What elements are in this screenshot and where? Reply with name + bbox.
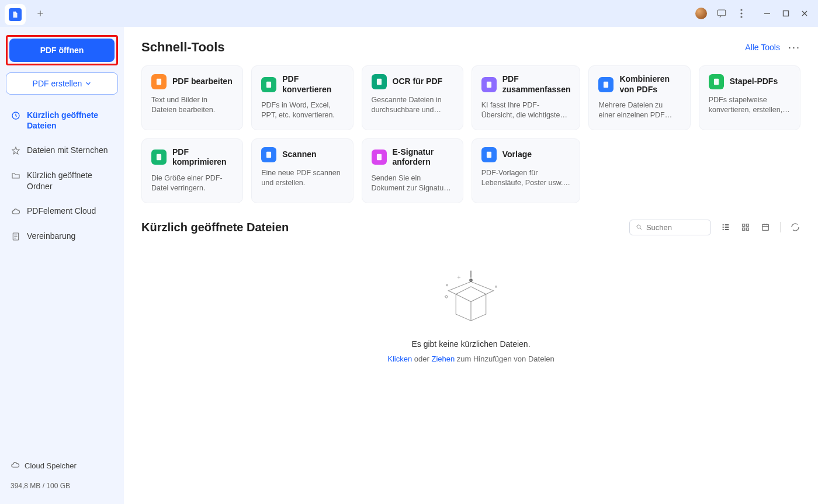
empty-message: Es gibt keine kürzlichen Dateien. [411,339,530,349]
create-pdf-label: PDF erstellen [33,79,82,88]
tool-card[interactable]: OCR für PDF Gescannte Dateien in durchsu… [362,65,463,130]
tool-title: Scannen [282,150,316,160]
kebab-menu-icon[interactable] [736,8,747,19]
cloud-storage-link[interactable]: Cloud Speicher [11,460,113,471]
comment-icon[interactable] [716,8,727,19]
sidebar: PDF öffnen PDF erstellen Kürzlich geöffn… [0,27,124,504]
quick-tools-title: Schnell-Tools [141,40,225,55]
grid-view-icon[interactable] [740,222,751,232]
titlebar [0,0,818,27]
empty-box-icon [436,265,506,329]
chevron-down-icon [85,81,91,86]
svg-point-3 [740,16,742,18]
tool-card[interactable]: Scannen Eine neue PDF scannen und erstel… [251,138,353,203]
svg-rect-4 [784,11,789,16]
tool-card[interactable]: PDF komprimieren Die Größe einer PDF-Dat… [141,138,243,203]
cloud-icon [11,460,20,471]
list-view-icon[interactable] [720,222,731,232]
tool-title: E-Signatur anfordern [393,147,453,168]
svg-rect-10 [487,81,491,88]
sidebar-item-label: Kürzlich geöffnete Dateien [27,110,113,131]
tool-desc: KI fasst Ihre PDF-Übersicht, die wichtig… [481,100,571,120]
tool-desc: PDFs stapelweise konvertieren, erstellen… [709,95,791,115]
cloud-icon [11,206,21,217]
calendar-view-icon[interactable] [760,222,771,232]
svg-rect-22 [762,224,769,230]
svg-rect-18 [743,224,745,227]
sidebar-item-label: Kürzlich geöffnete Ordner [27,170,113,191]
refresh-icon[interactable] [790,222,800,232]
tool-icon [481,147,497,162]
all-tools-link[interactable]: Alle Tools [745,43,780,52]
svg-rect-14 [266,152,271,158]
more-icon[interactable]: ··· [788,41,800,54]
drag-link[interactable]: Ziehen [431,354,455,363]
user-avatar[interactable] [695,8,707,19]
new-tab-button[interactable] [32,5,49,22]
svg-rect-21 [746,228,748,230]
click-link[interactable]: Klicken [387,354,412,363]
document-icon [11,231,21,242]
tool-desc: PDF-Vorlagen für Lebensläufe, Poster usw… [481,168,571,188]
svg-rect-19 [746,224,748,227]
tool-icon [481,77,497,92]
app-tab[interactable] [5,4,26,25]
tool-icon [709,74,724,89]
tool-desc: PDFs in Word, Excel, PPT, etc. konvertie… [261,100,343,120]
sidebar-item-recent-folders[interactable]: Kürzlich geöffnete Ordner [6,164,118,197]
tool-desc: Eine neue PDF scannen und erstellen. [261,168,343,188]
recent-files-title: Kürzlich geöffnete Dateien [141,221,289,234]
tool-card[interactable]: Stapel-PDFs PDFs stapelweise konvertiere… [699,65,800,130]
star-icon [11,145,21,156]
separator [780,222,781,232]
sidebar-item-label: PDFelement Cloud [27,206,96,216]
svg-rect-13 [157,154,161,161]
sidebar-item-recent-files[interactable]: Kürzlich geöffnete Dateien [6,104,118,137]
tool-desc: Gescannte Dateien in durchsuchbare und b… [372,95,453,115]
search-box[interactable] [629,220,711,235]
create-pdf-button[interactable]: PDF erstellen [6,72,118,95]
clock-icon [11,110,21,121]
tool-title: PDF konvertieren [282,74,343,95]
close-button[interactable] [799,8,810,19]
minimize-button[interactable] [762,8,772,19]
tool-title: Stapel-PDFs [730,77,778,87]
tool-icon [261,147,276,162]
tool-icon [598,77,614,92]
tool-desc: Senden Sie ein Dokument zur Signatur an … [372,173,453,193]
svg-rect-0 [718,10,726,16]
open-pdf-button[interactable]: PDF öffnen [9,39,115,62]
app-logo-icon [9,8,22,21]
tool-title: Vorlage [502,150,532,160]
search-input[interactable] [646,223,705,232]
sidebar-item-agreement[interactable]: Vereinbarung [6,225,118,248]
empty-hint: Klicken oder Ziehen zum Hinzufügen von D… [387,354,554,363]
sidebar-item-cloud[interactable]: PDFelement Cloud [6,200,118,223]
tool-title: Kombinieren von PDFs [619,74,680,95]
tool-card[interactable]: PDF bearbeiten Text und Bilder in Dateie… [141,65,243,130]
sidebar-item-label: Vereinbarung [27,231,75,241]
tool-title: OCR für PDF [393,77,443,87]
tool-card[interactable]: Vorlage PDF-Vorlagen für Lebensläufe, Po… [472,138,581,203]
tool-title: PDF bearbeiten [172,77,233,87]
sidebar-item-label: Dateien mit Sternchen [27,145,108,155]
tool-card[interactable]: E-Signatur anfordern Senden Sie ein Doku… [362,138,463,203]
tool-icon [151,150,167,165]
svg-rect-7 [157,79,161,85]
svg-point-1 [740,9,742,11]
main-content: Schnell-Tools Alle Tools ··· PDF bearbei… [124,27,818,504]
highlight-annotation: PDF öffnen [6,35,118,65]
sidebar-item-starred[interactable]: Dateien mit Sternchen [6,139,118,162]
tool-card[interactable]: Kombinieren von PDFs Mehrere Dateien zu … [588,65,690,130]
tool-card[interactable]: PDF konvertieren PDFs in Word, Excel, PP… [251,65,353,130]
tool-icon [261,77,276,92]
tool-title: PDF komprimieren [172,147,233,168]
maximize-button[interactable] [781,8,791,19]
tool-card[interactable]: PDF zusammenfassen KI fasst Ihre PDF-Übe… [472,65,581,130]
tool-title: PDF zusammenfassen [502,74,571,95]
svg-rect-11 [604,81,608,88]
svg-rect-15 [376,154,381,161]
tool-icon [151,74,167,89]
svg-point-17 [637,225,640,228]
search-icon [636,223,643,231]
